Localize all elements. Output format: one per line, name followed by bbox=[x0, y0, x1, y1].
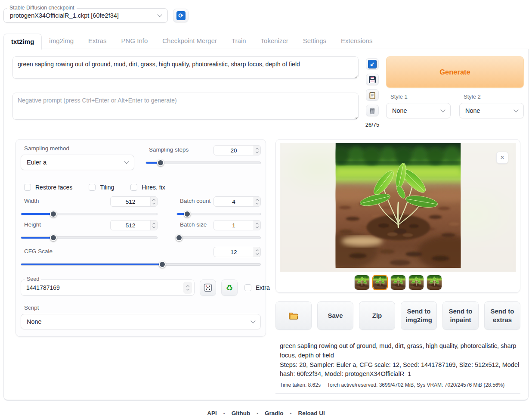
height-input[interactable]: 512 bbox=[110, 220, 158, 230]
thumbnail-3[interactable] bbox=[390, 275, 406, 290]
batch-size-label: Batch size bbox=[180, 221, 207, 228]
script-value: None bbox=[27, 318, 42, 325]
sampling-steps-input[interactable]: 20 bbox=[213, 145, 261, 155]
time-taken: Time taken: 8.62s bbox=[280, 381, 321, 389]
stepper-icon[interactable] bbox=[254, 197, 260, 206]
chevron-down-icon bbox=[513, 107, 518, 112]
tab-img2img[interactable]: img2img bbox=[42, 33, 81, 49]
tab-png-info[interactable]: PNG Info bbox=[114, 33, 155, 49]
width-slider[interactable] bbox=[21, 210, 158, 217]
clear-prompt-button[interactable] bbox=[366, 105, 379, 116]
seed-label: Seed bbox=[25, 276, 41, 282]
reload-ui-link[interactable]: Reload UI bbox=[298, 410, 325, 416]
stepper-icon[interactable] bbox=[183, 282, 192, 294]
thumbnail-4[interactable] bbox=[408, 275, 424, 290]
chevron-down-icon bbox=[124, 159, 129, 164]
style1-dropdown[interactable]: None bbox=[386, 103, 451, 118]
slider-handle[interactable] bbox=[50, 211, 57, 217]
clipboard-icon bbox=[368, 91, 376, 99]
chevron-down-icon bbox=[440, 107, 445, 112]
generation-info: green sapling rowing out of ground, mud,… bbox=[275, 341, 520, 394]
stepper-icon[interactable] bbox=[254, 146, 260, 155]
save-button[interactable]: Save bbox=[317, 301, 353, 330]
script-dropdown[interactable]: None bbox=[21, 314, 261, 329]
vram-usage: Torch active/reserved: 3699/4702 MiB, Sy… bbox=[327, 381, 504, 389]
checkpoint-label: Stable Diffusion checkpoint bbox=[7, 5, 77, 11]
generate-button[interactable]: Generate bbox=[386, 56, 524, 88]
paste-generation-params-button[interactable]: ↙ bbox=[366, 58, 379, 70]
tab-settings[interactable]: Settings bbox=[296, 33, 334, 49]
slider-handle[interactable] bbox=[50, 234, 57, 241]
tab-txt2img[interactable]: txt2img bbox=[3, 34, 42, 50]
prompt-tools: ↙ bbox=[365, 56, 379, 128]
prompt-input[interactable]: green sapling rowing out of ground, mud,… bbox=[12, 56, 359, 79]
tab-tokenizer[interactable]: Tokenizer bbox=[254, 33, 296, 49]
restore-faces-checkbox[interactable]: Restore faces bbox=[24, 184, 72, 191]
refresh-checkpoints-button[interactable]: ⟳ bbox=[173, 9, 189, 22]
save-style-button[interactable] bbox=[366, 74, 379, 85]
random-seed-button[interactable] bbox=[200, 279, 216, 296]
checkbox-icon bbox=[24, 184, 31, 191]
send-to-img2img-button[interactable]: Send to img2img bbox=[401, 301, 437, 330]
cfg-scale-label: CFG Scale bbox=[24, 248, 53, 255]
stepper-icon[interactable] bbox=[150, 197, 157, 206]
checkpoint-bar: Stable Diffusion checkpoint protogenX34O… bbox=[3, 8, 529, 23]
tiling-checkbox[interactable]: Tiling bbox=[89, 184, 114, 191]
stepper-icon[interactable] bbox=[254, 220, 260, 230]
github-link[interactable]: Github bbox=[232, 410, 251, 416]
thumbnail-1[interactable] bbox=[354, 275, 370, 290]
height-slider[interactable] bbox=[21, 234, 158, 241]
slider-handle[interactable] bbox=[184, 211, 191, 217]
style1-group: Style 1 None bbox=[386, 93, 451, 118]
width-group: Width 512 bbox=[21, 196, 158, 217]
close-gallery-button[interactable]: × bbox=[496, 152, 508, 164]
sampling-method-dropdown[interactable]: Euler a bbox=[21, 155, 134, 170]
seed-input[interactable]: Seed 1441787169 bbox=[21, 279, 195, 296]
cfg-scale-slider[interactable] bbox=[21, 261, 261, 268]
batch-size-input[interactable]: 1 bbox=[213, 220, 261, 230]
reuse-seed-button[interactable]: ♻ bbox=[221, 279, 238, 296]
generated-image[interactable] bbox=[335, 143, 461, 268]
thumbnail-5[interactable] bbox=[427, 275, 442, 290]
width-input[interactable]: 512 bbox=[110, 196, 158, 207]
dimensions-grid: Width 512 Batch cou bbox=[21, 196, 261, 241]
seed-row: Seed 1441787169 bbox=[21, 279, 261, 296]
script-label: Script bbox=[24, 304, 261, 311]
tab-train[interactable]: Train bbox=[224, 33, 254, 49]
gradio-link[interactable]: Gradio bbox=[265, 410, 284, 416]
result-gallery: × bbox=[275, 139, 520, 293]
footer: API • Github • Gradio • Reload UI python… bbox=[3, 410, 529, 416]
image-preview: × bbox=[280, 143, 516, 272]
batch-size-group: Batch size 1 bbox=[176, 220, 261, 241]
stepper-icon[interactable] bbox=[150, 220, 157, 230]
thumbnail-2-selected[interactable] bbox=[372, 275, 388, 290]
style2-dropdown[interactable]: None bbox=[459, 103, 524, 118]
stepper-icon[interactable] bbox=[254, 247, 260, 257]
prompt-row: green sapling rowing out of ground, mud,… bbox=[12, 56, 524, 128]
batch-count-slider[interactable] bbox=[176, 210, 261, 217]
token-counter: 26/75 bbox=[365, 121, 380, 128]
zip-button[interactable]: Zip bbox=[359, 301, 395, 330]
tab-checkpoint-merger[interactable]: Checkpoint Merger bbox=[155, 33, 224, 49]
open-folder-button[interactable] bbox=[275, 301, 312, 330]
hires-fix-checkbox[interactable]: Hires. fix bbox=[130, 184, 165, 191]
styles-row: Style 1 None Style 2 None bbox=[386, 93, 524, 118]
send-to-extras-button[interactable]: Send to extras bbox=[484, 301, 520, 330]
batch-count-input[interactable]: 4 bbox=[213, 196, 261, 207]
slider-handle[interactable] bbox=[159, 261, 166, 268]
apply-style-button[interactable] bbox=[366, 89, 379, 101]
style2-group: Style 2 None bbox=[459, 93, 524, 118]
settings-panel: Sampling method Euler a Sampling steps 2… bbox=[15, 139, 266, 337]
slider-handle[interactable] bbox=[176, 234, 182, 241]
negative-prompt-input[interactable] bbox=[12, 93, 359, 120]
sampling-steps-slider[interactable] bbox=[145, 159, 261, 166]
api-link[interactable]: API bbox=[207, 410, 217, 416]
send-to-inpaint-button[interactable]: Send to inpaint bbox=[442, 301, 479, 330]
checkpoint-dropdown[interactable]: Stable Diffusion checkpoint protogenX34O… bbox=[3, 8, 168, 23]
tab-extensions[interactable]: Extensions bbox=[334, 33, 380, 49]
extra-seed-checkbox[interactable]: Extra bbox=[244, 284, 270, 291]
batch-size-slider[interactable] bbox=[176, 234, 261, 241]
slider-handle[interactable] bbox=[157, 159, 164, 166]
cfg-scale-input[interactable]: 12 bbox=[213, 247, 261, 257]
tab-extras[interactable]: Extras bbox=[81, 33, 114, 49]
